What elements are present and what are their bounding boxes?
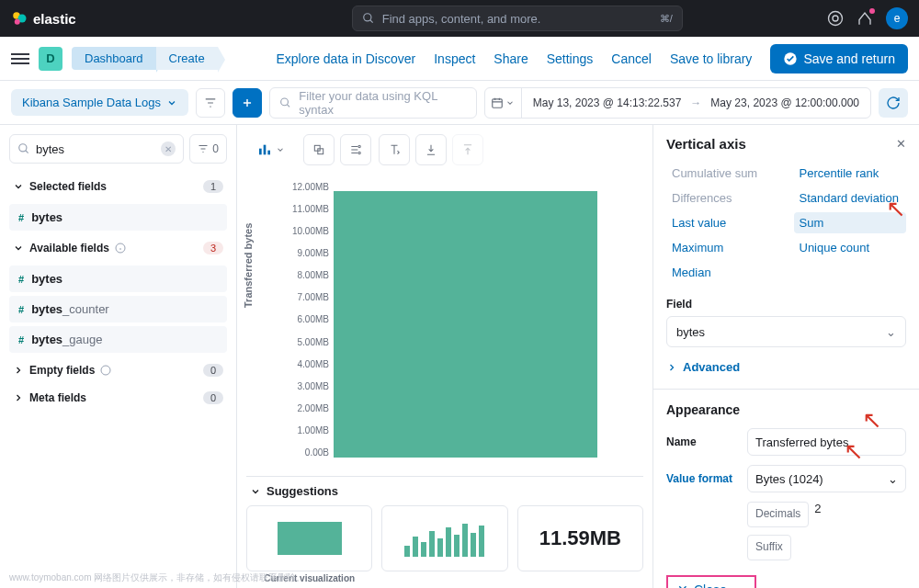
available-fields-label: Available fields: [29, 242, 109, 254]
field-item-bytes[interactable]: #bytes: [9, 266, 227, 292]
explore-link[interactable]: Explore data in Discover: [276, 51, 415, 66]
help-icon[interactable]: [827, 10, 844, 27]
cancel-link[interactable]: Cancel: [611, 51, 652, 66]
chevron-down-icon: [250, 486, 261, 497]
meta-fields-count: 0: [203, 391, 223, 404]
time-from: May 13, 2023 @ 14:13:22.537: [533, 96, 682, 109]
filter-icon-button[interactable]: [196, 88, 225, 118]
plot-area: [334, 182, 634, 458]
fn-differences[interactable]: Differences: [666, 187, 779, 209]
fn-percentile-rank[interactable]: Percentile rank: [794, 163, 907, 184]
config-panel: Vertical axis ✕ Cumulative sum Percentil…: [652, 125, 919, 588]
search-icon: [17, 142, 30, 155]
breadcrumb-dashboard[interactable]: Dashboard: [72, 47, 156, 70]
action-bar: D Dashboard Create Explore data in Disco…: [0, 37, 919, 81]
fn-cumulative-sum[interactable]: Cumulative sum: [666, 163, 779, 184]
layers-button[interactable]: [303, 134, 335, 165]
close-panel-icon[interactable]: ✕: [896, 137, 906, 151]
suffix-input[interactable]: [797, 535, 906, 560]
selected-fields-count: 1: [203, 180, 223, 193]
meta-fields-header[interactable]: Meta fields 0: [9, 384, 227, 412]
app-badge[interactable]: D: [39, 47, 62, 71]
field-item-bytes-gauge[interactable]: #bytes_gauge: [9, 326, 227, 353]
inspect-link[interactable]: Inspect: [434, 51, 475, 66]
field-search-value: bytes: [36, 142, 64, 156]
newsfeed-icon[interactable]: [857, 10, 873, 27]
add-filter-button[interactable]: [233, 88, 262, 118]
svg-point-11: [101, 366, 110, 375]
suggestion-metric[interactable]: 11.59MB: [517, 505, 643, 571]
value-format-select[interactable]: Bytes (1024)⌄: [747, 465, 906, 492]
chevron-down-icon: [505, 98, 515, 107]
upload-button[interactable]: [452, 134, 483, 165]
watermark-text: www.toymoban.com 网络图片仅供展示，非存储，如有侵权请联系删除。: [9, 571, 305, 584]
panel-title: Vertical axis: [666, 136, 746, 152]
svg-point-17: [358, 145, 360, 147]
data-view-picker[interactable]: Kibana Sample Data Logs: [11, 89, 188, 116]
filter-count: 0: [212, 142, 219, 155]
chevron-down-icon: [13, 181, 24, 192]
meta-fields-label: Meta fields: [29, 391, 86, 404]
svg-rect-14: [267, 151, 270, 155]
name-input[interactable]: Transferred bytes: [747, 428, 906, 456]
suggestion-current[interactable]: Current visualization: [246, 505, 372, 571]
field-item-bytes[interactable]: #bytes: [9, 204, 227, 231]
brand-logo[interactable]: elastic: [11, 10, 76, 27]
empty-fields-header[interactable]: Empty fields 0: [9, 356, 227, 384]
refresh-button[interactable]: [879, 88, 908, 118]
settings-link[interactable]: Settings: [547, 51, 594, 66]
save-and-return-button[interactable]: Save and return: [770, 44, 908, 74]
brand-name: elastic: [33, 11, 76, 27]
svg-rect-16: [318, 149, 323, 154]
decimals-input[interactable]: 2: [814, 502, 906, 527]
kql-input[interactable]: Filter your data using KQL syntax: [269, 87, 477, 119]
field-filter-button[interactable]: 0: [189, 134, 227, 164]
global-search[interactable]: Find apps, content, and more. ⌘/: [352, 6, 683, 31]
user-avatar[interactable]: e: [886, 7, 908, 29]
field-select[interactable]: bytes⌄: [666, 316, 906, 347]
share-link[interactable]: Share: [494, 51, 528, 66]
fn-standard-deviation[interactable]: Standard deviation: [794, 187, 907, 209]
chevron-down-icon: [276, 145, 285, 154]
info-icon: [115, 243, 126, 254]
arrow-right-icon: →: [690, 96, 701, 109]
settings-button[interactable]: [340, 134, 371, 165]
calendar-icon[interactable]: [485, 88, 522, 118]
chevron-right-icon: [13, 365, 24, 376]
search-icon: [279, 96, 291, 109]
selected-fields-header[interactable]: Selected fields 1: [9, 173, 227, 200]
selected-fields-label: Selected fields: [29, 180, 107, 193]
time-picker[interactable]: May 13, 2023 @ 14:13:22.537 → May 23, 20…: [484, 87, 871, 119]
search-icon: [362, 12, 375, 25]
fn-sum[interactable]: Sum: [794, 212, 907, 233]
y-axis-ticks: 12.00MB11.00MB10.00MB9.00MB8.00MB7.00MB6…: [283, 182, 329, 458]
function-picker: Cumulative sum Percentile rank Differenc…: [666, 163, 906, 283]
appearance-header: Appearance: [666, 402, 906, 417]
download-button[interactable]: [415, 134, 447, 165]
fn-maximum[interactable]: Maximum: [666, 237, 779, 258]
chart-type-picker[interactable]: [246, 134, 296, 165]
svg-rect-15: [314, 145, 320, 151]
save-to-library-link[interactable]: Save to library: [670, 51, 752, 66]
text-tool[interactable]: [379, 134, 410, 165]
close-button[interactable]: ✕ Close: [666, 575, 756, 588]
save-and-return-label: Save and return: [803, 51, 895, 66]
chevron-down-icon: [166, 97, 177, 108]
svg-point-18: [358, 152, 360, 153]
field-search-input[interactable]: bytes ✕: [9, 134, 184, 164]
suggestion-bars[interactable]: [381, 505, 507, 571]
suggestions-header[interactable]: Suggestions: [246, 484, 643, 498]
svg-point-4: [829, 12, 843, 26]
fn-median[interactable]: Median: [666, 262, 779, 283]
advanced-toggle[interactable]: Advanced: [666, 360, 906, 374]
chart-toolbar: [246, 134, 643, 165]
fn-unique-count[interactable]: Unique count: [794, 237, 907, 258]
search-kbd-hint: ⌘/: [660, 13, 673, 25]
breadcrumb-create[interactable]: Create: [156, 47, 218, 70]
nav-toggle-icon[interactable]: [11, 53, 29, 64]
field-item-bytes-counter[interactable]: #bytes_counter: [9, 296, 227, 322]
fn-last-value[interactable]: Last value: [666, 212, 779, 233]
available-fields-header[interactable]: Available fields 3: [9, 234, 227, 262]
value-format-label: Value format: [666, 472, 738, 485]
clear-icon[interactable]: ✕: [161, 141, 176, 156]
